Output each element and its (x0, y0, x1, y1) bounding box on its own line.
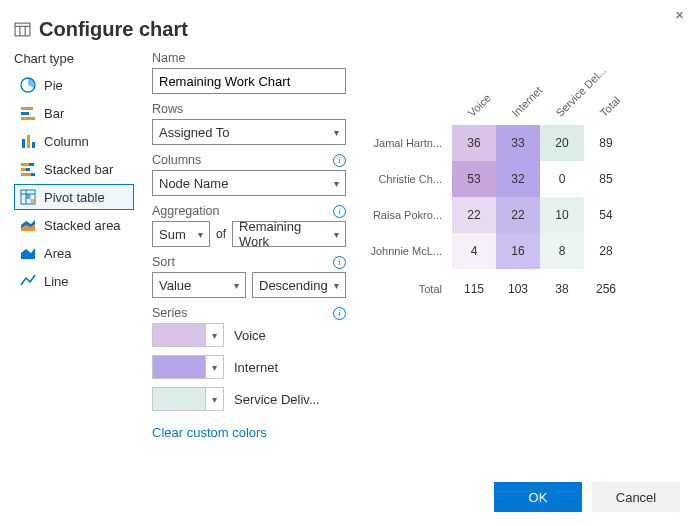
aggregation-info-icon[interactable]: i (333, 205, 346, 218)
dialog-title: Configure chart (0, 0, 694, 51)
pivot-column-header: Voice (452, 69, 496, 125)
pivot-cell: 10 (540, 197, 584, 233)
pie-icon (19, 76, 37, 94)
series-row: ▾Voice (152, 323, 346, 347)
chevron-down-icon: ▾ (198, 229, 203, 240)
pivot-total-cell: 103 (496, 269, 540, 309)
pivot-cell: 28 (584, 233, 628, 269)
series-name: Service Deliv... (234, 392, 320, 407)
svg-rect-15 (21, 173, 31, 176)
chevron-down-icon: ▾ (205, 356, 223, 378)
name-input[interactable] (152, 68, 346, 94)
aggregation-field-select[interactable]: Remaining Work ▾ (232, 221, 346, 247)
pivot-column-header: Total (584, 69, 628, 125)
chart-type-label: Column (44, 134, 89, 149)
aggregation-select[interactable]: Sum ▾ (152, 221, 210, 247)
svg-rect-8 (22, 139, 25, 148)
color-swatch (153, 388, 205, 410)
series-info-icon[interactable]: i (333, 307, 346, 320)
pivot-row-header: Jamal Hartn... (370, 125, 452, 161)
svg-rect-7 (21, 117, 35, 120)
sort-info-icon[interactable]: i (333, 256, 346, 269)
svg-rect-20 (26, 194, 31, 199)
chart-preview: VoiceInternetService Del...TotalJamal Ha… (346, 51, 680, 448)
sort-dir-select[interactable]: Descending ▾ (252, 272, 346, 298)
sort-by-select[interactable]: Value ▾ (152, 272, 246, 298)
chart-type-label: Bar (44, 106, 64, 121)
pivot-cell: 89 (584, 125, 628, 161)
series-row: ▾Internet (152, 355, 346, 379)
svg-rect-0 (15, 23, 30, 36)
chart-type-label: Stacked area (44, 218, 121, 233)
columns-select-value: Node Name (159, 176, 228, 191)
chart-type-list: Pie Bar Column Stacked bar Pivot table S (14, 72, 134, 294)
sort-by-value: Value (159, 278, 191, 293)
chart-type-stacked-bar[interactable]: Stacked bar (14, 156, 134, 182)
series-name: Internet (234, 360, 278, 375)
series-row: ▾Service Deliv... (152, 387, 346, 411)
series-color-select[interactable]: ▾ (152, 355, 224, 379)
sort-label: Sort (152, 255, 175, 269)
series-color-select[interactable]: ▾ (152, 323, 224, 347)
chevron-down-icon: ▾ (205, 388, 223, 410)
pivot-cell: 22 (496, 197, 540, 233)
cancel-button[interactable]: Cancel (592, 482, 680, 512)
svg-rect-21 (31, 199, 36, 204)
chart-type-line[interactable]: Line (14, 268, 134, 294)
chart-type-label: Line (44, 274, 69, 289)
pivot-row-header: Christie Ch... (370, 161, 452, 197)
pivot-cell: 4 (452, 233, 496, 269)
pivot-column-header: Internet (496, 69, 540, 125)
pivot-column-header: Service Del... (540, 69, 584, 125)
chevron-down-icon: ▾ (334, 280, 339, 291)
pivot-total-cell: 38 (540, 269, 584, 309)
pivot-cell: 16 (496, 233, 540, 269)
sort-dir-value: Descending (259, 278, 328, 293)
aggregation-label: Aggregation (152, 204, 219, 218)
rows-label: Rows (152, 102, 183, 116)
pivot-cell: 54 (584, 197, 628, 233)
pivot-cell: 8 (540, 233, 584, 269)
svg-rect-9 (27, 135, 30, 148)
area-icon (19, 244, 37, 262)
pivot-cell: 20 (540, 125, 584, 161)
aggregation-select-value: Sum (159, 227, 186, 242)
chart-type-label: Stacked bar (44, 162, 113, 177)
pivot-row-header: Raisa Pokro... (370, 197, 452, 233)
color-swatch (153, 324, 205, 346)
pivot-cell: 32 (496, 161, 540, 197)
chart-type-stacked-area[interactable]: Stacked area (14, 212, 134, 238)
line-icon (19, 272, 37, 290)
columns-info-icon[interactable]: i (333, 154, 346, 167)
aggregation-field-value: Remaining Work (239, 219, 334, 249)
chart-type-label: Area (44, 246, 71, 261)
svg-rect-13 (21, 168, 26, 171)
svg-rect-10 (32, 142, 35, 148)
chart-type-column[interactable]: Column (14, 128, 134, 154)
chart-type-bar[interactable]: Bar (14, 100, 134, 126)
chart-type-area[interactable]: Area (14, 240, 134, 266)
pivot-table-icon (19, 188, 37, 206)
bar-icon (19, 104, 37, 122)
pivot-cell: 0 (540, 161, 584, 197)
clear-colors-link[interactable]: Clear custom colors (152, 425, 267, 440)
columns-select[interactable]: Node Name ▾ (152, 170, 346, 196)
stacked-bar-icon (19, 160, 37, 178)
stacked-area-icon (19, 216, 37, 234)
series-color-select[interactable]: ▾ (152, 387, 224, 411)
pivot-cell: 33 (496, 125, 540, 161)
svg-rect-6 (21, 112, 29, 115)
rows-select[interactable]: Assigned To ▾ (152, 119, 346, 145)
svg-rect-14 (26, 168, 30, 171)
pivot-cell: 85 (584, 161, 628, 197)
color-swatch (153, 356, 205, 378)
pivot-cell: 22 (452, 197, 496, 233)
chart-type-pivot-table[interactable]: Pivot table (14, 184, 134, 210)
chart-type-label: Pivot table (44, 190, 105, 205)
ok-button[interactable]: OK (494, 482, 582, 512)
series-label: Series (152, 306, 187, 320)
chevron-down-icon: ▾ (205, 324, 223, 346)
close-button[interactable]: × (675, 6, 684, 23)
chart-type-pie[interactable]: Pie (14, 72, 134, 98)
column-icon (19, 132, 37, 150)
